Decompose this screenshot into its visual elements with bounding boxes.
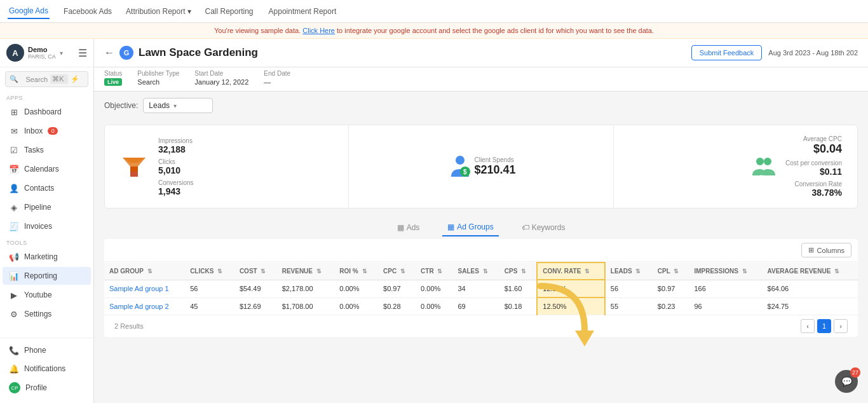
sidebar-item-label: Inbox <box>24 126 43 135</box>
account-switcher[interactable]: A Demo PARIS, CA ▾ <box>6 44 63 62</box>
nav-item-attribution-report[interactable]: Attribution Report ▾ <box>126 7 191 16</box>
sidebar-item-youtube[interactable]: ▶ Youtube <box>3 286 91 304</box>
chat-bubble[interactable]: 💬 27 <box>835 370 858 393</box>
sort-icon: ⇅ <box>635 268 641 275</box>
data-table: AD GROUP ⇅ CLICKS ⇅ COST ⇅ <box>104 262 858 315</box>
sort-icon: ⇅ <box>834 268 839 275</box>
cell-impressions: 166 <box>689 280 762 297</box>
sort-icon: ⇅ <box>316 268 322 275</box>
search-bar[interactable]: 🔍 Search ⌘K ⚡ <box>5 71 88 87</box>
sort-icon: ⇅ <box>674 268 679 275</box>
objective-dropdown[interactable]: Leads ▾ <box>143 98 213 113</box>
sidebar-item-reporting[interactable]: 📊 Reporting <box>3 267 91 285</box>
sidebar-item-notifications[interactable]: 🔔 Notifications <box>3 360 91 378</box>
th-ad-group[interactable]: AD GROUP ⇅ <box>104 263 185 280</box>
th-cost[interactable]: COST ⇅ <box>234 263 277 280</box>
tab-ad-groups[interactable]: ▦ Ad Groups <box>442 219 498 236</box>
nav-item-facebook-ads[interactable]: Facebook Ads <box>62 4 113 18</box>
sidebar-item-marketing[interactable]: 📢 Marketing <box>3 248 91 266</box>
stats-right: % Average CPC $0.04 Cost per conversion … <box>614 125 857 208</box>
account-location: PARIS, CA <box>28 53 56 60</box>
campaign-title-row: ← G Lawn Space Gardening <box>104 46 258 60</box>
cell-cpc: $0.28 <box>378 297 416 315</box>
th-conv-rate[interactable]: CONV. RATE ⇅ <box>537 263 605 280</box>
keywords-tab-label: Keywords <box>532 223 566 232</box>
th-revenue[interactable]: REVENUE ⇅ <box>277 263 335 280</box>
nav-item-google-ads[interactable]: Google Ads <box>8 4 50 19</box>
status-label: Status <box>104 70 122 77</box>
nav-item-call-reporting[interactable]: Call Reporting <box>204 4 255 18</box>
search-shortcut: ⌘K <box>50 74 67 84</box>
ad-group-link[interactable]: Sample Ad group 2 <box>109 303 169 310</box>
th-ctr[interactable]: CTR ⇅ <box>416 263 452 280</box>
pagination: ‹ 1 › <box>801 319 848 333</box>
th-clicks[interactable]: CLICKS ⇅ <box>185 263 234 280</box>
sidebar-item-phone[interactable]: 📞 Phone <box>3 341 91 359</box>
ad-group-link[interactable]: Sample Ad group 1 <box>109 285 169 292</box>
back-button[interactable]: ← <box>104 47 114 58</box>
banner-link[interactable]: Click Here <box>302 27 335 34</box>
live-badge: Live <box>104 78 122 86</box>
th-cpl[interactable]: CPL ⇅ <box>653 263 689 280</box>
th-avg-revenue[interactable]: AVERAGE REVENUE ⇅ <box>763 263 858 280</box>
date-range: Aug 3rd 2023 - Aug 18th 202 <box>768 49 858 57</box>
tab-keywords[interactable]: 🏷 Keywords <box>517 219 571 236</box>
svg-text:$: $ <box>463 168 467 175</box>
current-page-button[interactable]: 1 <box>817 319 831 333</box>
conversion-rate-value: 38.78% <box>785 188 842 198</box>
publisher-type-label: Publisher Type <box>137 70 179 77</box>
submit-feedback-button[interactable]: Submit Feedback <box>691 45 763 60</box>
clicks-value: 5,010 <box>158 165 194 175</box>
cell-clicks: 45 <box>185 297 234 315</box>
bolt-icon: ⚡ <box>71 75 84 83</box>
sort-icon: ⇅ <box>362 268 367 275</box>
sidebar-item-dashboard[interactable]: ⊞ Dashboard <box>3 103 91 121</box>
sidebar-item-label: Notifications <box>24 364 65 373</box>
th-impressions[interactable]: IMPRESSIONS ⇅ <box>689 263 762 280</box>
sidebar-item-label: Profile <box>25 383 47 392</box>
sidebar-item-label: Phone <box>24 346 46 355</box>
nav-item-appointment-report[interactable]: Appointment Report <box>268 4 338 18</box>
impressions-value: 32,188 <box>158 144 194 154</box>
cell-impressions: 96 <box>689 297 762 315</box>
th-roi[interactable]: ROI % ⇅ <box>334 263 378 280</box>
start-date-label: Start Date <box>194 70 248 77</box>
sidebar-item-calendars[interactable]: 📅 Calendars <box>3 160 91 178</box>
banner-text: You're viewing sample data. Click Here t… <box>214 27 654 34</box>
th-cpc[interactable]: CPC ⇅ <box>378 263 416 280</box>
prev-page-button[interactable]: ‹ <box>801 319 815 333</box>
th-leads[interactable]: LEADS ⇅ <box>605 263 653 280</box>
dashboard-icon: ⊞ <box>9 107 19 117</box>
end-date-label: End Date <box>264 70 290 77</box>
sidebar-item-invoices[interactable]: 🧾 Invoices <box>3 217 91 235</box>
ads-tab-label: Ads <box>407 223 420 232</box>
table-row: Sample Ad group 1 56 $54.49 $2,178.00 0.… <box>104 280 858 297</box>
sidebar-item-pipeline[interactable]: ◈ Pipeline <box>3 198 91 216</box>
campaign-title: Lawn Space Gardening <box>139 46 258 59</box>
campaign-header: ← G Lawn Space Gardening Submit Feedback… <box>94 39 868 67</box>
sidebar-item-contacts[interactable]: 👤 Contacts <box>3 179 91 197</box>
hamburger-menu-button[interactable]: ☰ <box>78 47 87 59</box>
sidebar-item-label: Tasks <box>24 146 44 154</box>
impression-click-metrics: Impressions 32,188 Clicks 5,010 Conversi… <box>158 137 194 196</box>
end-date-column: End Date — <box>264 70 290 86</box>
calendars-icon: 📅 <box>9 164 19 174</box>
sidebar-item-tasks[interactable]: ☑ Tasks <box>3 141 91 159</box>
sidebar-item-settings[interactable]: ⚙ Settings <box>3 305 91 323</box>
sidebar-item-inbox[interactable]: ✉ Inbox 0 <box>3 122 91 140</box>
th-sales[interactable]: SALES ⇅ <box>453 263 499 280</box>
tab-ads[interactable]: ▦ Ads <box>392 219 425 236</box>
start-date-value: January 12, 2022 <box>194 78 248 86</box>
status-column: Status Live <box>104 70 122 86</box>
search-placeholder: Search <box>25 76 48 83</box>
sidebar-item-label: Reporting <box>24 271 57 280</box>
ad-groups-table: ⊞ Columns AD GROUP ⇅ CLICKS <box>104 239 858 337</box>
sort-icon: ⇅ <box>400 268 405 275</box>
inbox-icon: ✉ <box>9 126 19 136</box>
sidebar-item-profile[interactable]: CP Profile <box>3 378 91 397</box>
columns-button[interactable]: ⊞ Columns <box>801 243 851 257</box>
next-page-button[interactable]: › <box>834 319 848 333</box>
pipeline-icon: ◈ <box>9 202 19 212</box>
th-cps[interactable]: CPS ⇅ <box>499 263 538 280</box>
start-date-column: Start Date January 12, 2022 <box>194 70 248 86</box>
